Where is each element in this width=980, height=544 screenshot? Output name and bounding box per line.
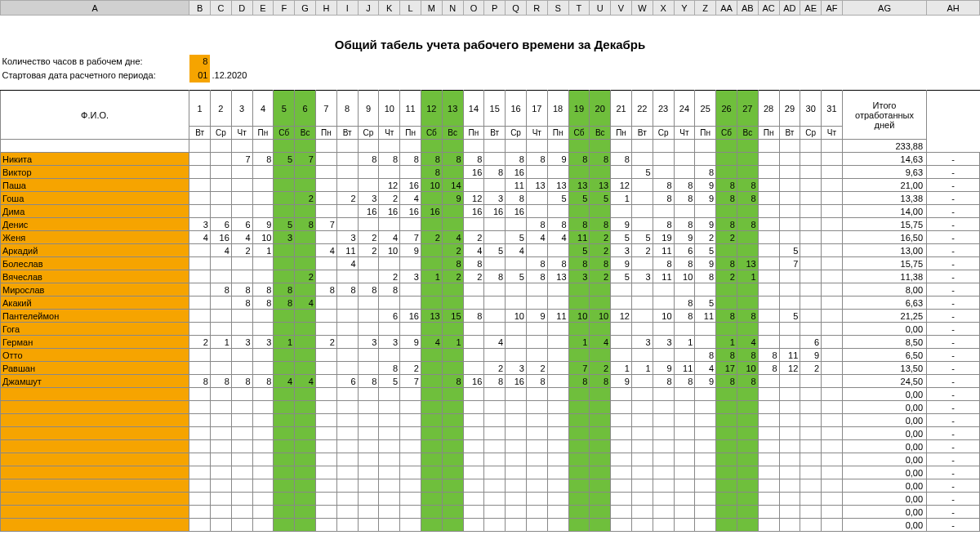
hours-cell[interactable] [421,244,442,257]
hours-cell[interactable]: 5 [631,166,653,179]
column-header[interactable]: Q [506,1,527,16]
employee-name[interactable] [1,388,189,401]
hours-cell[interactable] [716,166,737,179]
hours-cell[interactable] [547,506,568,519]
hours-cell[interactable]: 8 [568,375,590,388]
hours-cell[interactable] [526,453,547,466]
hours-cell[interactable] [400,440,421,453]
hours-cell[interactable] [674,205,695,218]
hours-cell[interactable] [631,427,653,440]
hours-cell[interactable] [358,166,379,179]
hours-cell[interactable] [231,427,252,440]
hours-cell[interactable] [358,362,379,375]
hours-cell[interactable]: 8 [590,257,611,270]
hours-cell[interactable] [421,466,442,479]
hours-cell[interactable] [379,453,400,466]
hours-cell[interactable]: 8 [653,375,674,388]
hours-cell[interactable] [295,349,316,362]
column-header[interactable]: AG [842,1,926,16]
hours-cell[interactable] [779,466,800,479]
hours-cell[interactable]: 5 [547,192,568,205]
hours-cell[interactable]: 11 [568,231,590,244]
hours-cell[interactable] [484,466,506,479]
hours-cell[interactable]: 10 [568,310,590,323]
hours-cell[interactable] [547,466,568,479]
hours-cell[interactable] [295,362,316,375]
hours-cell[interactable]: 9 [400,244,421,257]
hours-cell[interactable]: 1 [611,362,632,375]
hours-cell[interactable]: 8 [526,257,547,270]
hours-cell[interactable] [421,362,442,375]
hours-cell[interactable] [252,427,274,440]
hours-cell[interactable] [653,153,674,166]
hours-cell[interactable] [800,179,822,192]
hours-cell[interactable] [695,453,716,466]
hours-cell[interactable] [526,466,547,479]
hours-cell[interactable] [547,401,568,414]
hours-cell[interactable]: 16 [463,205,484,218]
hours-cell[interactable] [506,493,527,506]
employee-name[interactable] [1,427,189,440]
hours-cell[interactable] [779,283,800,297]
hours-cell[interactable]: 13 [547,179,568,192]
hours-cell[interactable] [758,323,779,336]
hours-cell[interactable] [274,466,295,479]
hours-cell[interactable] [231,166,252,179]
hours-cell[interactable]: 5 [568,244,590,257]
hours-cell[interactable] [590,283,611,297]
hours-cell[interactable] [568,401,590,414]
hours-cell[interactable] [695,414,716,427]
hours-cell[interactable] [779,297,800,310]
hours-cell[interactable] [653,440,674,453]
hours-cell[interactable] [631,440,653,453]
hours-cell[interactable] [274,310,295,323]
hours-cell[interactable] [295,257,316,270]
hours-cell[interactable] [779,270,800,283]
hours-cell[interactable] [231,388,252,401]
column-header[interactable]: S [547,1,568,16]
hours-cell[interactable] [189,440,211,453]
hours-cell[interactable] [252,401,274,414]
hours-cell[interactable] [526,205,547,218]
hours-cell[interactable] [822,349,843,362]
hours-cell[interactable] [611,349,632,362]
hours-cell[interactable] [547,362,568,375]
hours-cell[interactable] [506,336,527,349]
hours-cell[interactable] [822,153,843,166]
hours-cell[interactable] [315,493,336,506]
hours-cell[interactable] [568,323,590,336]
employee-name[interactable]: Гога [1,323,189,336]
hours-cell[interactable]: 10 [379,244,400,257]
hours-cell[interactable] [779,479,800,493]
hours-cell[interactable] [631,401,653,414]
hours-cell[interactable] [568,283,590,297]
hours-cell[interactable] [295,244,316,257]
hours-cell[interactable] [189,323,211,336]
hours-cell[interactable] [631,283,653,297]
hours-cell[interactable] [484,479,506,493]
column-header[interactable]: O [463,1,484,16]
hours-cell[interactable]: 16 [506,375,527,388]
hours-cell[interactable] [822,401,843,414]
hours-cell[interactable] [758,205,779,218]
hours-cell[interactable] [526,349,547,362]
hours-cell[interactable]: 2 [484,362,506,375]
hours-cell[interactable] [336,153,358,166]
hours-cell[interactable] [336,401,358,414]
hours-cell[interactable] [274,244,295,257]
hours-cell[interactable] [358,179,379,192]
hours-cell[interactable] [379,401,400,414]
hours-cell[interactable] [568,466,590,479]
hours-cell[interactable] [315,388,336,401]
hours-cell[interactable]: 11 [506,179,527,192]
hours-cell[interactable] [822,270,843,283]
hours-cell[interactable] [463,323,484,336]
hours-cell[interactable] [379,218,400,231]
hours-cell[interactable] [695,519,716,532]
hours-cell[interactable] [716,401,737,414]
hours-cell[interactable]: 9 [695,257,716,270]
hours-cell[interactable] [252,519,274,532]
hours-cell[interactable] [695,388,716,401]
hours-cell[interactable]: 7 [568,362,590,375]
hours-cell[interactable] [210,466,231,479]
